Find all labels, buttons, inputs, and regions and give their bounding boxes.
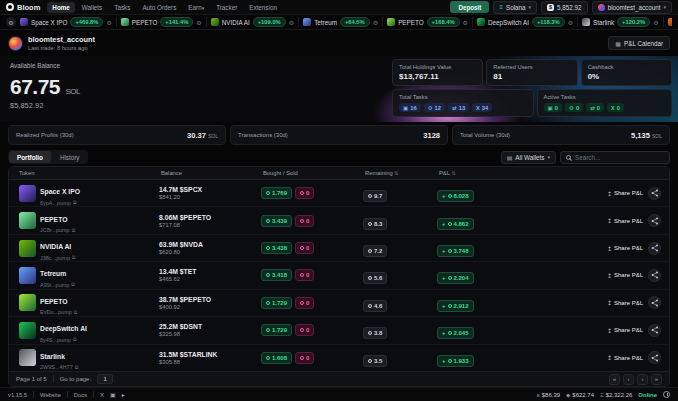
table-row[interactable]: Starlink 2W9S...4H77⧉ 31.5M $STARLINK $3… [9, 345, 669, 371]
table-row[interactable]: Space X IPO 6ypA...pump⧉ 14.7M $SPCX $84… [9, 180, 669, 207]
ticker-item[interactable]: Starlink +120.2% ⚙ [582, 17, 663, 27]
share-options-button[interactable] [648, 214, 661, 227]
share-pnl-button[interactable]: ↥Share P&L [607, 190, 643, 197]
period-stat-unit: SOL [652, 133, 662, 139]
token-amount: 38.7M $PEPETO [159, 296, 261, 303]
chevron-down-icon: ▾ [202, 5, 205, 11]
gear-icon[interactable]: ⚙ [568, 19, 573, 26]
gear-icon[interactable]: ⚙ [653, 19, 658, 26]
nav-item[interactable]: Wallets [77, 2, 107, 13]
table-row[interactable]: PEPETO EvDu...pump⧉ 38.7M $PEPETO $400.9… [9, 290, 669, 317]
wallet-filter-dropdown[interactable]: ▤ All Wallets ▾ [501, 151, 556, 164]
ticker-item[interactable]: Tetreum +64.5% ⚙ [303, 17, 383, 27]
nav-item[interactable]: Earn▾ [183, 2, 209, 13]
nav-item[interactable]: Auto Orders [137, 2, 181, 13]
x-icon[interactable]: X [100, 392, 104, 398]
brand[interactable]: Bloom [6, 3, 40, 12]
nav-item[interactable]: Tracker [211, 2, 242, 13]
search-input[interactable] [575, 154, 664, 161]
share-options-button[interactable] [648, 269, 661, 282]
gear-icon[interactable]: ⚙ [289, 19, 294, 26]
gear-icon[interactable]: ⚙ [373, 19, 378, 26]
nav-item[interactable]: Home [47, 2, 75, 13]
copy-icon[interactable]: ⧉ [72, 227, 76, 234]
ticker-token-name: PEPETO [132, 19, 157, 26]
ticker-item[interactable]: PEPETO +168.4% ⚙ [387, 17, 473, 27]
stat-card: Cashback 0% [581, 59, 672, 86]
share-icon: ↥ [607, 245, 612, 252]
gear-icon[interactable]: ⚙ [463, 19, 468, 26]
search-box [560, 151, 670, 164]
pnl-sign: + [442, 358, 446, 364]
share-nodes-icon [651, 326, 659, 334]
table-row[interactable]: PEPETO JC8r...pump⧉ 8.06M $PEPETO $717.0… [9, 207, 669, 234]
share-pnl-button[interactable]: ↥Share P&L [607, 327, 643, 334]
account-menu[interactable]: bloomtest_account ▾ [592, 1, 672, 14]
calendar-icon: ▦ [615, 40, 621, 47]
page-nav-button[interactable]: « [609, 374, 620, 385]
ticker-item[interactable]: Space X IPO +469.8% ⚙ [20, 17, 117, 27]
share-options-button[interactable] [648, 187, 661, 200]
page-nav-button[interactable]: › [637, 374, 648, 385]
copy-icon[interactable]: ⧉ [74, 309, 78, 316]
tab[interactable]: Portfolio [9, 151, 51, 163]
share-pnl-button[interactable]: ↥Share P&L [607, 299, 643, 306]
gear-icon[interactable]: ⚙ [196, 19, 201, 26]
copy-icon[interactable]: ⧉ [71, 281, 75, 288]
page-nav-button[interactable]: » [651, 374, 662, 385]
tab-label: History [60, 154, 80, 161]
wallet-balance-chip[interactable]: $ 5,852.92 [541, 1, 588, 14]
table-row[interactable]: NVIDIA AI J38c...pump⧉ 63.9M $NVDA $620.… [9, 235, 669, 262]
copy-icon[interactable]: ⧉ [73, 199, 77, 206]
pnl-badge: +2.204 [437, 272, 474, 284]
docs-link[interactable]: Docs [74, 392, 87, 398]
gear-icon: ⚙ [8, 19, 13, 26]
token-icon [211, 18, 219, 26]
tab[interactable]: History [52, 151, 88, 163]
goto-page-input[interactable] [97, 374, 113, 384]
header-remaining[interactable]: Remaining ⇅ [363, 170, 437, 176]
copy-icon[interactable]: ⧉ [75, 364, 79, 371]
copy-icon[interactable]: ⧉ [73, 336, 77, 343]
page-nav-button[interactable]: ‹ [623, 374, 634, 385]
bought-value: 1.769 [272, 190, 287, 196]
account-avatar [8, 36, 23, 51]
share-options-button[interactable] [648, 351, 661, 364]
clock-icon[interactable] [663, 391, 670, 398]
share-options-button[interactable] [648, 324, 661, 337]
discord-icon[interactable]: ▣ [110, 391, 116, 398]
ticker-item[interactable]: Morgan Stanley Bitcoin ⚙ [668, 18, 672, 26]
network-selector[interactable]: ≡ Solana ▾ [493, 1, 537, 14]
gear-icon[interactable]: ⚙ [106, 19, 111, 26]
table-row[interactable]: DeepSwitch AI 8y4S...pump⧉ 25.2M $DSNT $… [9, 317, 669, 344]
header-pnl-label: P&L [439, 170, 450, 176]
ticker-item[interactable]: PEPETO +141.4% ⚙ [121, 17, 207, 27]
copy-icon[interactable]: ⧉ [72, 254, 76, 261]
ticker-settings-button[interactable]: ⚙ [6, 17, 16, 27]
website-link[interactable]: Website [40, 392, 61, 398]
nav-items: Home Wallets Tasks Auto Orders Earn▾ [47, 2, 282, 13]
ticker-item[interactable]: DeepSwitch AI +118.3% ⚙ [477, 17, 578, 27]
pnl-calendar-button[interactable]: ▦ P&L Calendar [608, 36, 670, 50]
ticker-change-badge: +141.4% [160, 17, 193, 27]
share-options-button[interactable] [648, 242, 661, 255]
sort-icon: ⇅ [394, 170, 398, 176]
deposit-button[interactable]: Deposit [450, 1, 489, 13]
share-pnl-label: Share P&L [614, 190, 643, 196]
table-row[interactable]: Tetreum A99i...pump⧉ 13.4M $TET $465.62 … [9, 262, 669, 289]
remaining-value: 9.7 [374, 193, 382, 199]
ticker-item[interactable]: NVIDIA AI +109.0% ⚙ [211, 17, 299, 27]
nav-item[interactable]: Extension [244, 2, 282, 13]
share-pnl-button[interactable]: ↥Share P&L [607, 354, 643, 361]
bought-sold-cell: 3.438 0 [261, 242, 363, 254]
share-options-button[interactable] [648, 296, 661, 309]
coin-icon [300, 301, 304, 305]
share-pnl-button[interactable]: ↥Share P&L [607, 245, 643, 252]
share-pnl-button[interactable]: ↥Share P&L [607, 217, 643, 224]
telegram-icon[interactable]: ▸ [122, 391, 125, 398]
header-pnl[interactable]: P&L ⇅ [437, 170, 529, 176]
share-pnl-button[interactable]: ↥Share P&L [607, 272, 643, 279]
nav-item[interactable]: Tasks [109, 2, 135, 13]
bought-value: 3.418 [272, 272, 287, 278]
page-nav-arrow-icon: » [655, 376, 658, 382]
